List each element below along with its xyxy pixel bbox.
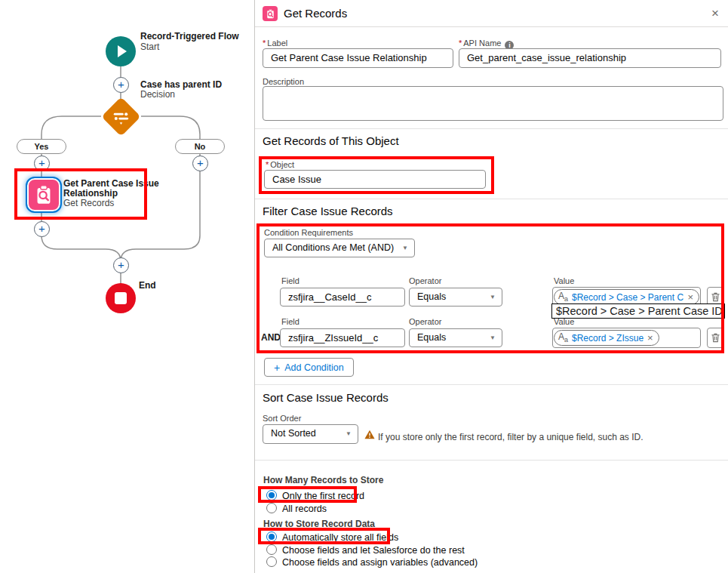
plus-icon: + — [197, 156, 204, 169]
value-pill[interactable]: Aa $Record > Case > Parent Ca... × — [554, 289, 699, 305]
required-marker: * — [459, 39, 462, 48]
panel-title: Get Records — [284, 7, 347, 20]
radio-choose-fields-salesforce[interactable] — [266, 544, 277, 555]
plus-icon: + — [118, 258, 124, 271]
radio-only-first-record[interactable] — [266, 490, 277, 501]
flow-canvas[interactable]: Record-Triggered Flow Start + + + + + Ca… — [0, 0, 254, 573]
add-element-button[interactable]: + — [192, 156, 208, 171]
warning-icon — [364, 430, 375, 439]
condition-requirements-label: Condition Requirements — [264, 228, 353, 237]
field-column-label: Field — [281, 317, 299, 326]
end-node-label: End — [139, 281, 156, 291]
value-pill-text: $Record > ZIssue — [572, 333, 644, 343]
remove-value-icon[interactable]: × — [647, 332, 653, 343]
chevron-down-icon: ▼ — [346, 425, 352, 442]
sort-order-select[interactable]: Not Sorted ▼ — [263, 424, 358, 444]
radio-label[interactable]: Automatically store all fields — [282, 532, 398, 543]
chevron-down-icon: ▼ — [402, 239, 408, 256]
get-records-header-icon — [263, 6, 278, 21]
text-type-icon: Aa — [558, 332, 568, 343]
end-node[interactable] — [106, 283, 136, 313]
api-name-input[interactable]: Get_parent_case_issue_relationship — [459, 48, 721, 68]
description-textarea[interactable] — [263, 86, 723, 121]
plus-icon: + — [274, 362, 280, 374]
get-records-node-subtitle: Get Records — [63, 199, 114, 208]
start-node-subtitle: Start — [140, 42, 159, 52]
radio-choose-fields-advanced[interactable] — [266, 556, 277, 567]
decision-icon — [112, 107, 131, 127]
trash-icon — [711, 291, 720, 303]
start-node-title: Record-Triggered Flow — [140, 32, 239, 42]
add-element-button[interactable]: + — [34, 156, 50, 171]
sort-order-label: Sort Order — [263, 414, 301, 423]
get-records-icon — [32, 183, 55, 206]
filter-value-input[interactable]: Aa $Record > ZIssue × — [552, 328, 701, 348]
object-input[interactable]: Case Issue — [264, 170, 486, 189]
condition-requirements-select[interactable]: All Conditions Are Met (AND) ▼ — [264, 239, 415, 257]
object-section-heading: Get Records of This Object — [263, 134, 399, 147]
filter-section-heading: Filter Case Issue Records — [263, 205, 393, 217]
plus-icon: + — [118, 78, 124, 91]
sort-section-heading: Sort Case Issue Records — [263, 391, 389, 404]
and-operator-label: AND — [261, 332, 281, 343]
operator-column-label: Operator — [409, 317, 441, 326]
required-marker: * — [266, 160, 269, 169]
plus-icon: + — [38, 222, 45, 235]
sort-warning-text: If you store only the first record, filt… — [378, 432, 644, 442]
filter-field-input[interactable]: zsfjira__ZIssueId__c — [280, 328, 405, 347]
radio-auto-store-all-fields[interactable] — [266, 531, 277, 542]
play-icon — [106, 36, 136, 66]
stop-icon — [115, 292, 127, 304]
value-column-label: Value — [554, 276, 574, 285]
remove-value-icon[interactable]: × — [687, 291, 693, 303]
operator-column-label: Operator — [409, 276, 441, 285]
value-tooltip: $Record > Case > Parent Case ID — [551, 303, 725, 319]
description-label: Description — [263, 77, 304, 86]
chevron-down-icon: ▼ — [490, 328, 496, 346]
panel-header: Get Records × — [255, 0, 728, 27]
filter-operator-select[interactable]: Equals ▼ — [409, 328, 502, 347]
add-element-button[interactable]: + — [113, 257, 129, 273]
filter-field-input[interactable]: zsfjira__CaseId__c — [280, 288, 405, 307]
start-node[interactable] — [106, 36, 136, 66]
add-element-button[interactable]: + — [113, 77, 129, 93]
get-records-node[interactable] — [27, 178, 60, 211]
trash-icon — [711, 332, 720, 343]
add-element-button[interactable]: + — [34, 221, 50, 237]
radio-label[interactable]: Choose fields and assign variables (adva… — [282, 557, 478, 568]
text-type-icon: Aa — [558, 291, 568, 303]
decision-node-subtitle: Decision — [140, 90, 175, 100]
branch-label-yes[interactable]: Yes — [17, 139, 66, 154]
object-field-label: *Object — [266, 160, 294, 169]
value-pill[interactable]: Aa $Record > ZIssue × — [554, 330, 659, 346]
radio-label[interactable]: Only the first record — [282, 491, 364, 501]
field-column-label: Field — [281, 276, 299, 285]
label-input[interactable]: Get Parent Case Issue Relationship — [263, 48, 453, 68]
store-mode-heading: How to Store Record Data — [263, 519, 375, 529]
value-pill-text: $Record > Case > Parent Ca... — [572, 292, 683, 303]
delete-condition-button[interactable] — [707, 328, 724, 348]
store-count-heading: How Many Records to Store — [263, 475, 383, 485]
filter-operator-select[interactable]: Equals ▼ — [409, 288, 502, 307]
radio-all-records[interactable] — [266, 503, 277, 513]
radio-label[interactable]: Choose fields and let Salesforce do the … — [282, 545, 465, 556]
get-records-config-panel: Get Records × *Label Get Parent Case Iss… — [254, 0, 728, 573]
close-icon[interactable]: × — [711, 6, 719, 21]
label-field-label: *Label — [263, 39, 287, 48]
radio-label[interactable]: All records — [282, 504, 327, 514]
required-marker: * — [263, 39, 266, 48]
add-condition-button[interactable]: + Add Condition — [264, 358, 354, 377]
chevron-down-icon: ▼ — [490, 288, 496, 305]
plus-icon: + — [38, 156, 45, 169]
branch-label-no[interactable]: No — [175, 139, 225, 154]
